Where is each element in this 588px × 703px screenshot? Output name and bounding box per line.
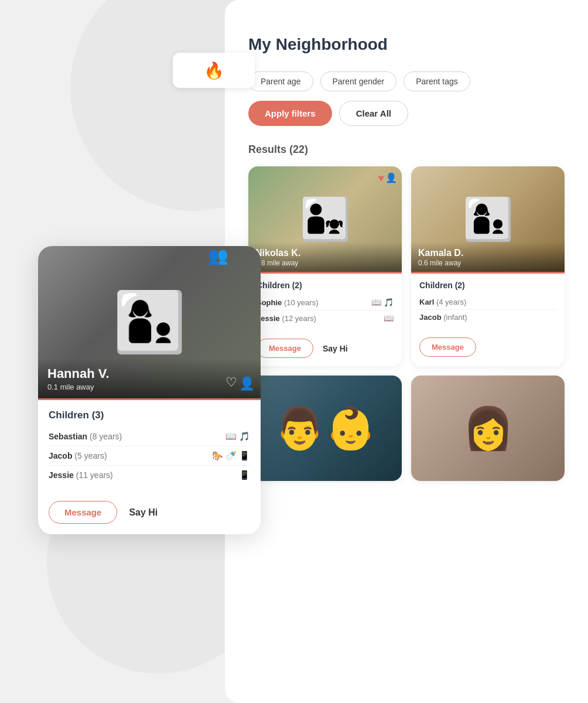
phone-child-icons: 📱 [239, 470, 250, 480]
filter-chips-row: Parent age Parent gender Parent tags [248, 71, 565, 91]
phone-card-actions: Message Say Hi [38, 494, 261, 534]
phone-message-button[interactable]: Message [49, 501, 117, 524]
person-icon: 👤 [385, 172, 397, 183]
card-image-4 [411, 376, 565, 481]
phone-child-age: (5 years) [74, 451, 107, 460]
card-image-nikolas: ♥ 👤 Nikolas K. 0.8 mile away [248, 166, 402, 272]
group-icon: 👥 [208, 246, 228, 265]
phone-top-bar: 🔥 [173, 53, 255, 88]
cards-grid: ♥ 👤 Nikolas K. 0.8 mile away Children (2… [248, 166, 565, 481]
phone-sayhi-button[interactable]: Say Hi [129, 507, 158, 518]
child-row: Sophie (10 years) 📖 🎵 [257, 295, 394, 310]
apply-filters-button[interactable]: Apply filters [248, 101, 332, 126]
child-age: (4 years) [436, 298, 466, 306]
child-name: Jacob [419, 313, 442, 322]
filter-chip-parent-gender[interactable]: Parent gender [320, 71, 397, 91]
card-name: Nikolas K. [255, 248, 395, 258]
filter-chip-parent-age[interactable]: Parent age [248, 71, 313, 91]
child-age: (10 years) [284, 298, 319, 307]
card-distance: 0.6 mile away [418, 259, 558, 267]
phone-person-icon: 👤 [239, 376, 255, 391]
message-button[interactable]: Message [257, 339, 313, 358]
child-icons: 📖 🎵 [371, 298, 394, 307]
phone-child-age: (11 years) [76, 470, 113, 480]
phone-child-icons: 🐎 🍼 📱 [212, 451, 250, 461]
phone-card-distance: 0.1 mile away [47, 383, 251, 391]
profile-card-3 [248, 376, 402, 481]
action-row: Apply filters Clear All [248, 101, 565, 126]
card-image-3 [248, 376, 402, 481]
child-row: Karl (4 years) [419, 295, 556, 310]
child-row: Jessie (12 years) 📖 [257, 310, 394, 326]
card-image-kamala: Kamala D. 0.6 mile away [411, 166, 565, 272]
phone-child-row: Sebastian (8 years) 📖 🎵 [49, 427, 250, 446]
phone-card-body: Children (3) Sebastian (8 years) 📖 🎵 Jac… [38, 400, 261, 494]
child-name: Karl [419, 298, 434, 306]
phone-child-row: Jacob (5 years) 🐎 🍼 📱 [49, 446, 250, 466]
message-button[interactable]: Message [419, 337, 476, 357]
phone-card-name: Hannah V. [47, 366, 251, 381]
child-icons: 📖 [384, 313, 394, 323]
profile-card-4 [411, 376, 565, 481]
results-label: Results (22) [248, 144, 565, 156]
card-actions: Message [411, 332, 565, 365]
card-name: Kamala D. [418, 248, 558, 258]
child-age: (12 years) [282, 314, 316, 323]
children-title: Children (2) [419, 281, 556, 290]
right-panel: My Neighborhood Parent age Parent gender… [225, 0, 588, 703]
logo-flame: 🔥 [204, 61, 224, 80]
phone-child-name: Jessie [49, 470, 74, 480]
clear-all-button[interactable]: Clear All [339, 101, 408, 126]
card4-image [411, 376, 565, 481]
child-age: (infant) [443, 313, 467, 322]
page-title: My Neighborhood [248, 35, 565, 54]
children-title: Children (2) [257, 281, 394, 290]
card-actions: Message Say Hi [248, 333, 402, 366]
card-distance: 0.8 mile away [255, 259, 395, 267]
profile-card-nikolas: ♥ 👤 Nikolas K. 0.8 mile away Children (2… [248, 166, 402, 366]
heart-icon[interactable]: ♥ [378, 172, 384, 185]
phone-children-title: Children (3) [49, 409, 250, 421]
card-overlay: Kamala D. 0.6 mile away [411, 242, 565, 272]
phone-profile-card: Hannah V. 0.1 mile away ♡ 👤 Children (3)… [38, 246, 261, 534]
phone-child-name: Sebastian [49, 432, 87, 441]
phone-heart-icon[interactable]: ♡ [225, 375, 237, 390]
filter-chip-parent-tags[interactable]: Parent tags [404, 71, 470, 91]
phone-child-name: Jacob [49, 451, 72, 460]
card3-image [248, 376, 402, 481]
phone-child-row: Jessie (11 years) 📱 [49, 466, 250, 484]
phone-card-image: Hannah V. 0.1 mile away ♡ 👤 [38, 246, 261, 398]
card-body: Children (2) Sophie (10 years) 📖 🎵 Jessi… [248, 274, 402, 333]
card-overlay: Nikolas K. 0.8 mile away [248, 242, 402, 272]
sayhi-button[interactable]: Say Hi [323, 344, 348, 353]
child-row: Jacob (infant) [419, 310, 556, 325]
profile-card-kamala: Kamala D. 0.6 mile away Children (2) Kar… [411, 166, 565, 366]
phone-child-icons: 📖 🎵 [225, 431, 250, 442]
card-body: Children (2) Karl (4 years) Jacob (infan… [411, 274, 565, 332]
phone-child-age: (8 years) [90, 432, 122, 441]
